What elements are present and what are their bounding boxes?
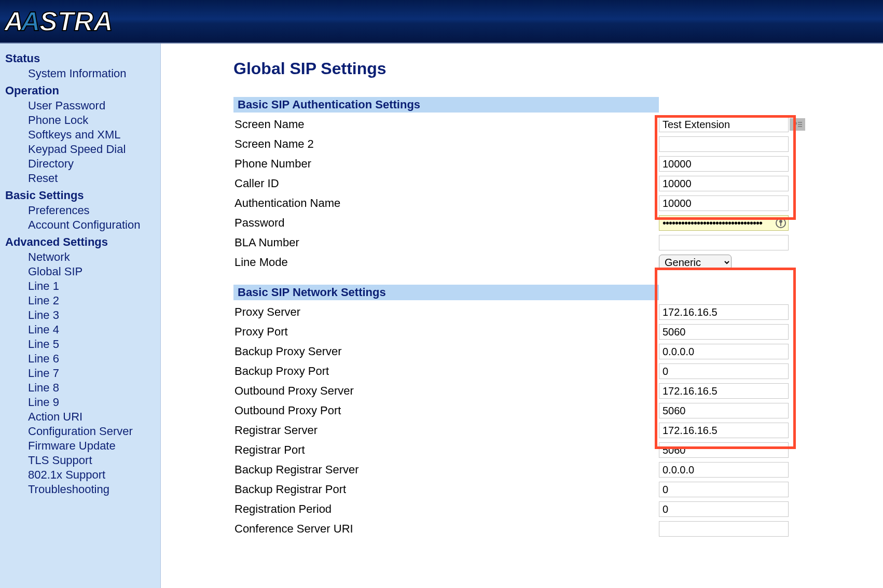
svg-rect-10	[780, 222, 781, 226]
auth-name-label: Authentication Name	[233, 197, 659, 210]
nav-softkeys-xml[interactable]: Softkeys and XML	[28, 128, 160, 142]
nav-line-8[interactable]: Line 8	[28, 381, 160, 395]
auth-name-input[interactable]	[659, 195, 789, 211]
proxy-server-label: Proxy Server	[233, 305, 659, 319]
outbound-proxy-server-label: Outbound Proxy Server	[233, 384, 659, 398]
nav-global-sip[interactable]: Global SIP	[28, 264, 160, 279]
nav-line-5[interactable]: Line 5	[28, 337, 160, 352]
svg-rect-5	[798, 122, 802, 123]
nav-head-basic-settings: Basic Settings	[5, 189, 160, 202]
main-content: Global SIP Settings Basic SIP Authentica…	[161, 44, 883, 588]
phone-number-label: Phone Number	[233, 157, 659, 171]
screen-name2-input[interactable]	[659, 136, 789, 152]
password-input[interactable]	[659, 215, 789, 231]
contact-card-icon[interactable]	[790, 118, 805, 131]
nav-line-1[interactable]: Line 1	[28, 279, 160, 293]
registration-period-input[interactable]	[659, 501, 789, 517]
outbound-proxy-server-input[interactable]	[659, 383, 789, 399]
nav-head-operation: Operation	[5, 84, 160, 97]
svg-rect-7	[798, 126, 802, 127]
nav-line-6[interactable]: Line 6	[28, 352, 160, 366]
page-title: Global SIP Settings	[233, 59, 873, 78]
nav-head-advanced-settings: Advanced Settings	[5, 235, 160, 249]
line-mode-label: Line Mode	[233, 256, 659, 269]
nav-reset[interactable]: Reset	[28, 171, 160, 186]
nav-line-2[interactable]: Line 2	[28, 293, 160, 308]
brand-logo: A A STRA	[4, 6, 139, 37]
svg-rect-6	[798, 124, 802, 125]
nav-system-information[interactable]: System Information	[28, 66, 160, 81]
backup-registrar-port-label: Backup Registrar Port	[233, 483, 659, 496]
password-label: Password	[233, 216, 659, 230]
auth-section-header: Basic SIP Authentication Settings	[233, 97, 659, 113]
nav-line-4[interactable]: Line 4	[28, 323, 160, 337]
nav-directory[interactable]: Directory	[28, 157, 160, 171]
screen-name2-label: Screen Name 2	[233, 137, 659, 151]
svg-text:A: A	[20, 6, 40, 36]
registrar-server-label: Registrar Server	[233, 424, 659, 437]
nav-user-password[interactable]: User Password	[28, 99, 160, 113]
nav-configuration-server[interactable]: Configuration Server	[28, 424, 160, 439]
conference-uri-input[interactable]	[659, 521, 789, 537]
network-section-header: Basic SIP Network Settings	[233, 285, 659, 300]
registration-period-label: Registration Period	[233, 502, 659, 516]
caller-id-input[interactable]	[659, 176, 789, 191]
screen-name-input[interactable]	[659, 117, 789, 132]
registrar-port-label: Registrar Port	[233, 443, 659, 457]
nav-network[interactable]: Network	[28, 250, 160, 264]
conference-uri-label: Conference Server URI	[233, 522, 659, 536]
nav-head-status: Status	[5, 52, 160, 65]
backup-proxy-port-label: Backup Proxy Port	[233, 365, 659, 378]
outbound-proxy-port-label: Outbound Proxy Port	[233, 404, 659, 417]
nav-line-3[interactable]: Line 3	[28, 308, 160, 323]
nav-phone-lock[interactable]: Phone Lock	[28, 113, 160, 128]
phone-number-input[interactable]	[659, 156, 789, 172]
backup-proxy-port-input[interactable]	[659, 363, 789, 379]
backup-registrar-server-input[interactable]	[659, 462, 789, 478]
registrar-port-input[interactable]	[659, 442, 789, 458]
header-bar: A A STRA	[0, 0, 883, 44]
registrar-server-input[interactable]	[659, 423, 789, 438]
nav-preferences[interactable]: Preferences	[28, 203, 160, 218]
backup-proxy-server-input[interactable]	[659, 344, 789, 359]
proxy-server-input[interactable]	[659, 304, 789, 320]
key-icon[interactable]	[775, 217, 787, 229]
nav-action-uri[interactable]: Action URI	[28, 410, 160, 424]
bla-input[interactable]	[659, 235, 789, 250]
nav-keypad-speed-dial[interactable]: Keypad Speed Dial	[28, 142, 160, 157]
nav-firmware-update[interactable]: Firmware Update	[28, 439, 160, 453]
nav-line-7[interactable]: Line 7	[28, 366, 160, 381]
backup-registrar-server-label: Backup Registrar Server	[233, 463, 659, 477]
line-mode-select[interactable]: Generic	[659, 255, 732, 270]
screen-name-label: Screen Name	[233, 118, 659, 131]
proxy-port-label: Proxy Port	[233, 325, 659, 339]
outbound-proxy-port-input[interactable]	[659, 403, 789, 418]
backup-proxy-server-label: Backup Proxy Server	[233, 345, 659, 358]
bla-label: BLA Number	[233, 236, 659, 249]
nav-account-configuration[interactable]: Account Configuration	[28, 218, 160, 232]
nav-troubleshooting[interactable]: Troubleshooting	[28, 482, 160, 497]
sidebar: Status System Information Operation User…	[0, 44, 161, 588]
svg-text:STRA: STRA	[39, 6, 113, 36]
nav-8021x-support[interactable]: 802.1x Support	[28, 468, 160, 482]
svg-point-4	[794, 122, 797, 125]
nav-line-9[interactable]: Line 9	[28, 395, 160, 410]
nav-tls-support[interactable]: TLS Support	[28, 453, 160, 468]
backup-registrar-port-input[interactable]	[659, 482, 789, 497]
caller-id-label: Caller ID	[233, 177, 659, 190]
proxy-port-input[interactable]	[659, 324, 789, 340]
